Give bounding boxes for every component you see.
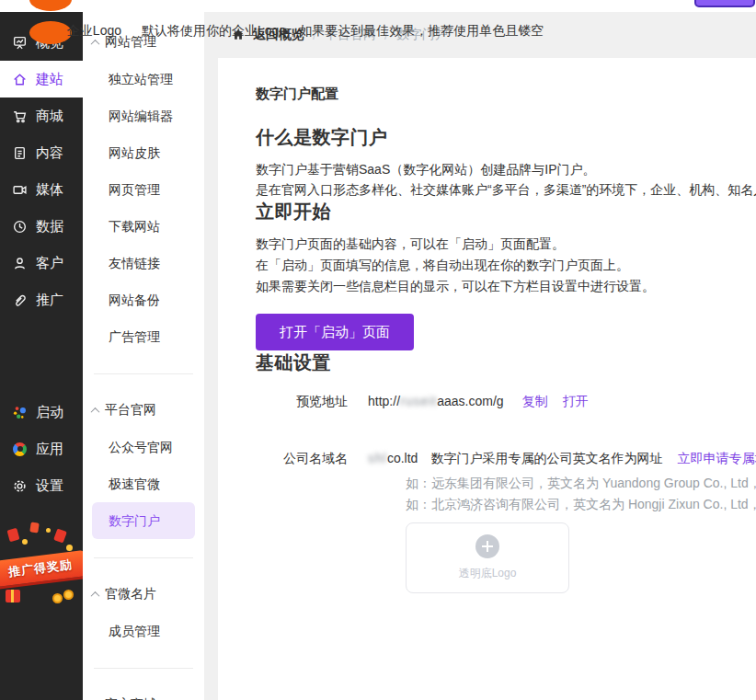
- sidebar-item-label: 应用: [36, 441, 63, 458]
- red-packet-icon: [29, 522, 39, 533]
- logo-upload-box[interactable]: 透明底Logo: [406, 522, 569, 593]
- sidebar-item-label: 建站: [36, 71, 63, 88]
- sidebar-item-data[interactable]: 数据: [0, 208, 83, 245]
- open-launch-page-button[interactable]: 打开「启动」页面: [256, 314, 414, 350]
- sidebar-item-customer[interactable]: 客户: [0, 245, 83, 281]
- coin-dot-icon: [66, 545, 73, 551]
- submenu-item[interactable]: 广告管理: [83, 318, 204, 355]
- company-domain-row: 公司名域名 shlco.ltd 数字门户采用专属的公司英文名作为网址 立即申请专…: [256, 449, 756, 467]
- submenu-item[interactable]: 独立站管理: [83, 61, 204, 98]
- page-title: 数字门户配置: [256, 86, 756, 103]
- content-card: 数字门户配置 什么是数字门户 数字门户基于营销SaaS（数字化网站）创建品牌与I…: [218, 58, 756, 700]
- sidebar-item-label: 商城: [36, 108, 63, 125]
- divider: [94, 668, 193, 669]
- data-icon: [12, 219, 28, 235]
- promo-ribbon: 推广得奖励: [0, 550, 83, 587]
- promo-text: 推广得奖励: [7, 557, 74, 580]
- sidebar-item-label: 推广: [36, 292, 63, 309]
- sidebar-item-label: 客户: [36, 255, 63, 272]
- promotion-paperclip-icon: [12, 293, 28, 308]
- submenu-item[interactable]: 下载网站: [83, 208, 204, 245]
- coin-dot-icon: [46, 528, 51, 533]
- domain-example-1: 如：远东集团有限公司，英文名为 Yuandong Group Co., Ltd，…: [406, 473, 756, 494]
- submenu-item[interactable]: 公众号官网: [83, 429, 204, 465]
- domain-examples: 如：远东集团有限公司，英文名为 Yuandong Group Co., Ltd，…: [406, 473, 756, 515]
- launch-dots-icon: [12, 405, 28, 420]
- coin-icon: [63, 590, 74, 600]
- company-domain-label: 公司名域名: [256, 449, 348, 467]
- domain-suffix: co.ltd: [387, 449, 418, 467]
- mall-icon: [12, 109, 28, 124]
- red-packet-icon: [53, 529, 67, 544]
- submenu-group-label: 官微名片: [105, 586, 156, 602]
- sidebar-spacer: [0, 318, 83, 394]
- sidebar-item-label: 媒体: [36, 181, 63, 199]
- sidebar-item-media[interactable]: 媒体: [0, 171, 83, 208]
- coin-icon: [52, 593, 63, 603]
- sidebar-item-label: 数据: [36, 218, 63, 235]
- apply-domain-link[interactable]: 立即申请专属域名: [677, 449, 756, 467]
- what-is-line2: 是在官网入口形态多样化、社交媒体账户“多平台，多渠道”的环境下，企业、机构、知名…: [256, 179, 756, 200]
- submenu-item[interactable]: 成员管理: [83, 613, 204, 649]
- media-icon: [12, 182, 28, 198]
- submenu-item[interactable]: 网页管理: [83, 171, 204, 208]
- url-prefix: http://: [368, 392, 400, 410]
- domain-description: 数字门户采用专属的公司英文名作为网址: [430, 449, 662, 467]
- overview-icon: [12, 35, 28, 51]
- promo-banner[interactable]: 推广得奖励: [0, 521, 83, 605]
- sidebar-item-settings[interactable]: 设置: [0, 467, 83, 504]
- submenu-group-platform-site[interactable]: 平台官网: [83, 392, 204, 429]
- submenu-item-digital-portal[interactable]: 数字门户: [92, 502, 195, 539]
- upload-placeholder-text: 透明底Logo: [459, 566, 517, 581]
- sidebar-item-label: 启动: [36, 404, 63, 421]
- submenu-group-weixin-card[interactable]: 官微名片: [83, 576, 204, 613]
- preview-url-label: 预览地址: [256, 392, 348, 410]
- submenu-group-official-mall[interactable]: 官方商城: [83, 686, 204, 700]
- app-window: 概览 建站 商城 内容: [0, 0, 756, 700]
- sidebar-item-mall[interactable]: 商城: [0, 98, 83, 134]
- section-title-start-now: 立即开始: [256, 200, 756, 224]
- open-link[interactable]: 打开: [563, 392, 589, 410]
- sidebar-item-label: 内容: [36, 144, 63, 162]
- coin-dot-icon: [22, 539, 28, 545]
- apps-pinwheel-icon: [12, 442, 28, 457]
- url-masked-segment: ruseit: [400, 392, 437, 410]
- company-domain-value: shlco.ltd 数字门户采用专属的公司英文名作为网址 立即申请专属域名: [368, 449, 756, 467]
- top-header: [0, 0, 756, 12]
- sidebar-item-label: 设置: [36, 477, 63, 495]
- copy-link[interactable]: 复制: [522, 392, 548, 410]
- domain-example-2: 如：北京鸿济咨询有限公司，英文名为 Hongji Zixun Co., Ltd，…: [406, 494, 756, 515]
- domain-masked-segment: shl: [368, 449, 387, 467]
- plus-icon: [475, 534, 499, 558]
- submenu-group-label: 平台官网: [105, 402, 156, 419]
- sidebar-item-content[interactable]: 内容: [0, 134, 83, 171]
- sidebar-item-launch[interactable]: 启动: [0, 394, 83, 430]
- settings-gear-icon: [12, 478, 28, 494]
- section-title-what-is: 什么是数字门户: [256, 125, 756, 150]
- what-is-line1: 数字门户基于营销SaaS（数字化网站）创建品牌与IP门户。: [256, 159, 756, 179]
- start-line2: 在「启动」页面填写的信息，将自动出现在你的数字门户页面上。: [256, 255, 756, 276]
- divider: [94, 557, 193, 558]
- primary-sidebar: 概览 建站 商城 内容: [0, 12, 83, 700]
- red-packet-icon: [7, 528, 20, 542]
- start-line3: 如果需要关闭一些信息栏目的显示，可以在下方栏目设置中进行设置。: [256, 276, 756, 297]
- submenu-item[interactable]: 友情链接: [83, 245, 204, 281]
- url-suffix: aaas.com/g: [437, 392, 503, 410]
- gift-icon: [6, 590, 20, 602]
- preview-url-row: 预览地址 http://ruseitaaas.com/g 复制 打开: [256, 392, 756, 410]
- customer-icon: [12, 256, 28, 271]
- submenu-group-label: 官方商城: [105, 696, 156, 700]
- sidebar-item-promotion[interactable]: 推广: [0, 281, 83, 318]
- sidebar-item-apps[interactable]: 应用: [0, 430, 83, 467]
- chevron-up-icon: [91, 591, 100, 600]
- submenu-item[interactable]: 网站编辑器: [83, 98, 204, 134]
- submenu-item[interactable]: 网站备份: [83, 281, 204, 318]
- start-line1: 数字门户页面的基础内容，可以在「启动」页面配置。: [256, 234, 756, 255]
- chevron-up-icon: [91, 39, 100, 48]
- sidebar-item-build-site[interactable]: 建站: [0, 61, 83, 98]
- section-title-basic-settings: 基础设置: [256, 350, 756, 375]
- main-area: 返回概览 / 平台官网 / 数字门户 数字门户配置 什么是数字门户 数字门户基于…: [204, 12, 756, 700]
- submenu-item[interactable]: 网站皮肤: [83, 134, 204, 171]
- submenu-item[interactable]: 极速官微: [83, 465, 204, 502]
- topbar-action-button[interactable]: [694, 0, 755, 7]
